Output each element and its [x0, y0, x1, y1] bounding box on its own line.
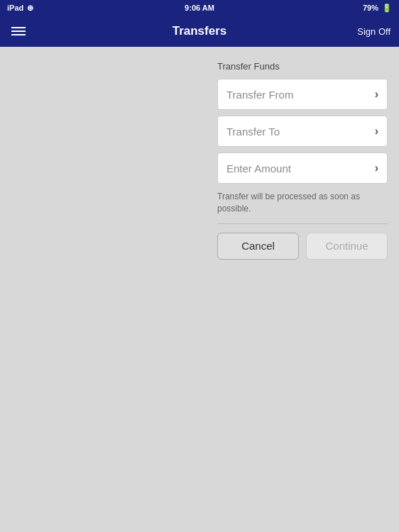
enter-amount-chevron-icon: › — [375, 162, 378, 174]
menu-button[interactable] — [9, 24, 28, 38]
section-title: Transfer Funds — [217, 61, 388, 72]
status-bar: iPad ⊛ 9:06 AM 79% 🔋 — [0, 0, 399, 16]
transfer-from-field[interactable]: Transfer From › — [217, 79, 388, 110]
transfer-to-label: Transfer To — [226, 126, 280, 138]
transfer-to-field[interactable]: Transfer To › — [217, 116, 388, 147]
continue-button[interactable]: Continue — [306, 233, 388, 260]
nav-title: Transfers — [173, 24, 227, 38]
sidebar-area — [0, 47, 206, 532]
buttons-row: Cancel Continue — [217, 233, 388, 260]
note-text: Transfer will be processed as soon as po… — [217, 191, 388, 215]
transfer-from-chevron-icon: › — [375, 88, 378, 101]
divider — [217, 223, 388, 224]
sign-off-button[interactable]: Sign Off — [357, 26, 390, 37]
form-area: Transfer Funds Transfer From › Transfer … — [206, 47, 399, 532]
main-content: Transfer Funds Transfer From › Transfer … — [0, 47, 399, 532]
enter-amount-label: Enter Amount — [226, 162, 291, 174]
battery-icon: 🔋 — [382, 4, 392, 13]
nav-bar: Transfers Sign Off — [0, 16, 399, 47]
battery-percentage: 79% — [363, 4, 378, 12]
transfer-from-label: Transfer From — [226, 89, 293, 101]
status-bar-right: 79% 🔋 — [363, 4, 392, 13]
transfer-to-chevron-icon: › — [375, 125, 378, 138]
cancel-button[interactable]: Cancel — [217, 233, 299, 260]
status-bar-left: iPad ⊛ — [7, 4, 33, 13]
enter-amount-field[interactable]: Enter Amount › — [217, 153, 388, 184]
device-label: iPad — [7, 4, 23, 12]
status-bar-time: 9:06 AM — [185, 4, 214, 12]
wifi-icon: ⊛ — [27, 4, 33, 13]
